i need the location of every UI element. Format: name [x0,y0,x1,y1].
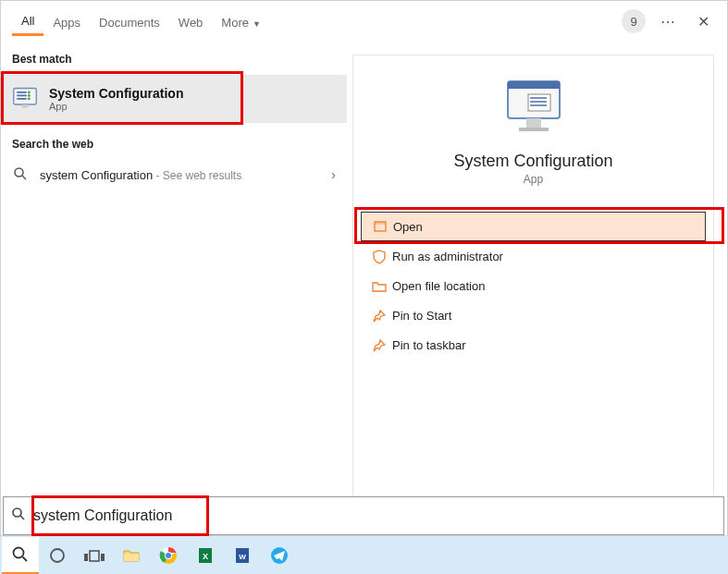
svg-point-4 [28,94,31,97]
chevron-right-icon: › [331,167,336,182]
open-icon [373,219,393,234]
search-icon [11,507,26,525]
svg-rect-28 [84,554,88,561]
badge-number: 9 [630,15,636,29]
best-match-item[interactable]: System Configuration App [1,75,347,123]
tab-all[interactable]: All [12,6,43,36]
action-pin-to-taskbar[interactable]: Pin to taskbar [361,330,706,360]
svg-line-9 [22,176,26,179]
taskbar-file-explorer-button[interactable] [113,537,150,574]
more-options-button[interactable]: ⋯ [655,8,681,34]
web-search-item[interactable]: system Configuration - See web results › [1,156,347,193]
tab-label: Web [179,16,204,30]
taskbar-excel-button[interactable]: X [187,537,224,574]
action-open[interactable]: Open [361,212,706,241]
svg-point-25 [14,547,24,557]
best-match-title: System Configuration [49,86,183,101]
svg-point-6 [28,98,31,101]
best-match-subtitle: App [49,101,183,112]
preview-title: System Configuration [453,152,612,171]
svg-rect-1 [17,92,27,93]
taskbar-cortana-button[interactable] [39,537,76,574]
system-configuration-icon [12,85,40,113]
taskbar-search-button[interactable] [2,537,39,574]
notification-count-badge[interactable]: 9 [622,9,646,33]
taskbar-word-button[interactable]: W [224,537,261,574]
search-icon [12,166,29,184]
action-pin-to-start[interactable]: Pin to Start [361,300,706,330]
section-search-web-label: Search the web [1,132,347,156]
svg-rect-7 [22,104,29,108]
svg-rect-19 [526,118,541,128]
action-run-as-administrator[interactable]: Run as administrator [361,241,706,271]
svg-point-18 [530,104,532,106]
taskbar-chrome-button[interactable] [150,537,187,574]
search-input[interactable] [33,507,588,524]
search-box[interactable] [3,496,724,535]
tab-label: More [221,16,249,30]
svg-rect-12 [528,94,550,111]
svg-rect-29 [90,551,99,561]
tab-label: Apps [53,16,80,30]
action-label: Pin to taskbar [392,338,466,352]
action-label: Open file location [392,279,485,293]
svg-line-26 [23,556,28,561]
results-column: Best match System Configurati [1,42,347,535]
windows-search-panel: All Apps Documents Web More▼ 9 ⋯ ✕ Best … [0,0,728,536]
section-best-match-label: Best match [1,47,347,71]
svg-point-16 [530,97,532,99]
ellipsis-icon: ⋯ [660,13,675,31]
action-list: Open Run as administrator Open file loca… [353,212,713,360]
close-icon: ✕ [697,13,709,31]
svg-point-27 [51,549,64,562]
taskbar-task-view-button[interactable] [76,537,113,574]
tab-more[interactable]: More▼ [212,8,270,35]
action-label: Run as administrator [392,250,503,263]
action-label: Pin to Start [392,309,451,323]
pin-icon [372,338,392,353]
svg-rect-31 [124,554,139,561]
svg-rect-3 [17,95,27,97]
svg-point-23 [13,508,21,517]
svg-rect-11 [508,81,560,89]
tab-label: All [21,14,34,28]
preview-app-icon [500,76,567,139]
svg-point-17 [530,101,532,103]
tab-web[interactable]: Web [169,8,213,35]
action-label: Open [393,220,423,234]
svg-text:W: W [239,553,246,561]
svg-point-34 [166,553,171,558]
web-search-term: system Configuration [40,168,153,182]
svg-line-24 [20,516,24,519]
tab-label: Documents [99,16,160,30]
web-search-suffix: - See web results [153,169,241,182]
preview-subtitle: App [524,173,543,186]
svg-rect-22 [375,222,386,225]
svg-point-8 [15,168,23,177]
pin-icon [372,309,392,324]
svg-rect-20 [519,128,549,131]
taskbar: X W [0,536,728,574]
svg-text:X: X [203,552,208,561]
chevron-down-icon: ▼ [253,19,261,29]
svg-rect-30 [101,554,105,561]
folder-icon [372,279,392,294]
tabs-row: All Apps Documents Web More▼ 9 ⋯ ✕ [1,1,727,42]
tab-apps[interactable]: Apps [43,8,90,35]
preview-column: System Configuration App Open Run as adm… [352,55,714,522]
shield-icon [372,250,392,264]
tab-documents[interactable]: Documents [90,8,169,35]
svg-rect-5 [17,98,27,100]
action-open-file-location[interactable]: Open file location [361,271,706,300]
close-button[interactable]: ✕ [690,8,716,34]
svg-point-2 [28,92,31,94]
taskbar-telegram-button[interactable] [261,537,298,574]
